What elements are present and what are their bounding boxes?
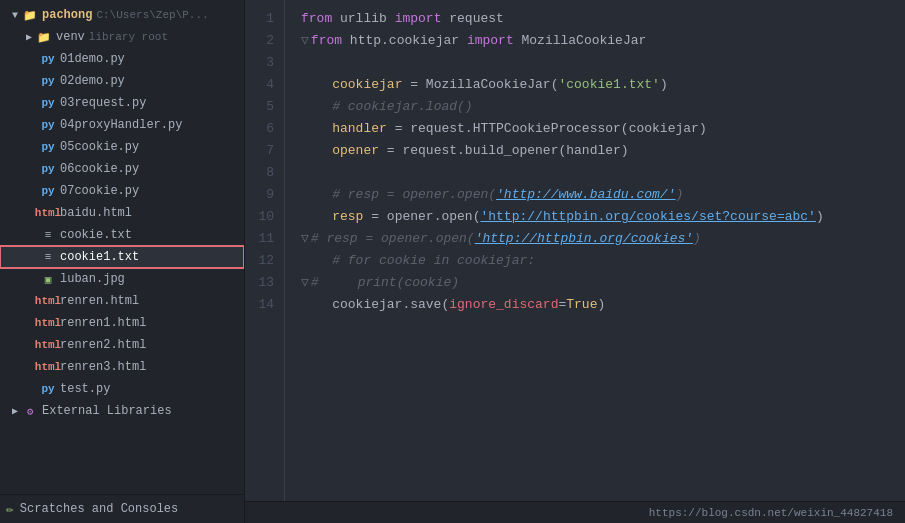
ln-7: 7	[245, 140, 276, 162]
py-icon-07: py	[40, 183, 56, 199]
sidebar-item-test[interactable]: py test.py	[0, 378, 244, 400]
kw-import-1: import	[395, 8, 442, 30]
comment-11b: )	[693, 228, 701, 250]
txt-icon-cookie1: ≡	[40, 249, 56, 265]
code-line-13: ▽ # print(cookie)	[301, 272, 905, 294]
status-url: https://blog.csdn.net/weixin_44827418	[649, 507, 893, 519]
py-icon-06: py	[40, 161, 56, 177]
comment-12: # for cookie in cookiejar:	[332, 250, 535, 272]
code-line-8	[301, 162, 905, 184]
py-icon-05: py	[40, 139, 56, 155]
file-label-baidu: baidu.html	[60, 206, 132, 220]
kw-from-1: from	[301, 8, 332, 30]
ln-4: 4	[245, 74, 276, 96]
venv-label: venv	[56, 30, 85, 44]
comment-11a: # resp = opener.open(	[311, 228, 475, 250]
sidebar-item-luban[interactable]: ▣ luban.jpg	[0, 268, 244, 290]
comment-13: # print(cookie)	[311, 272, 459, 294]
file-label-renren: renren.html	[60, 294, 139, 308]
code-line-4: cookiejar = MozillaCookieJar( 'cookie1.t…	[301, 74, 905, 96]
root-path: C:\Users\Zep\P...	[96, 9, 208, 21]
var-resp: resp	[332, 206, 363, 228]
sidebar-item-venv[interactable]: ▶ 📁 venv library root	[0, 26, 244, 48]
code-line-1: from urllib import request	[301, 8, 905, 30]
sidebar-tree: ▼ 📁 pachong C:\Users\Zep\P... ▶ 📁 venv l…	[0, 0, 244, 494]
fold-arrow-13: ▽	[301, 272, 309, 294]
venv-sublabel: library root	[89, 31, 168, 43]
main-layout: ▼ 📁 pachong C:\Users\Zep\P... ▶ 📁 venv l…	[0, 0, 905, 523]
sidebar-item-04proxy[interactable]: py 04proxyHandler.py	[0, 114, 244, 136]
sidebar-bottom: ✏ Scratches and Consoles	[0, 494, 244, 523]
code-line-10: resp = opener.open('http://httpbin.org/c…	[301, 206, 905, 228]
txt-icon-cookie: ≡	[40, 227, 56, 243]
sidebar-item-renren2[interactable]: html renren2.html	[0, 334, 244, 356]
scratches-consoles[interactable]: ✏ Scratches and Consoles	[0, 495, 244, 523]
file-label-cookie-txt: cookie.txt	[60, 228, 132, 242]
py-icon-04: py	[40, 117, 56, 133]
sidebar-item-07cookie[interactable]: py 07cookie.py	[0, 180, 244, 202]
sidebar-item-06cookie[interactable]: py 06cookie.py	[0, 158, 244, 180]
str-cookie1: 'cookie1.txt'	[558, 74, 659, 96]
sidebar-item-cookie1-txt[interactable]: ≡ cookie1.txt	[0, 246, 244, 268]
comment-9a: # resp = opener.open(	[332, 184, 496, 206]
code-area[interactable]: from urllib import request ▽ from http.c…	[285, 0, 905, 501]
external-libraries-label: External Libraries	[42, 404, 172, 418]
html-icon-renren: html	[40, 293, 56, 309]
py-icon-03: py	[40, 95, 56, 111]
file-label-renren3: renren3.html	[60, 360, 146, 374]
code-line-7: opener = request.build_opener(handler)	[301, 140, 905, 162]
ln-10: 10	[245, 206, 276, 228]
code-line-14: cookiejar.save(ignore_discard=True)	[301, 294, 905, 316]
sidebar-item-external-libs[interactable]: ▶ ⚙ External Libraries	[0, 400, 244, 422]
var-opener: opener	[332, 140, 379, 162]
root-arrow: ▼	[8, 10, 22, 21]
venv-folder-icon: 📁	[36, 29, 52, 45]
status-bar: https://blog.csdn.net/weixin_44827418	[245, 501, 905, 523]
editor-content: 1 2 3 4 5 6 7 8 9 10 11 12 13 14 from	[245, 0, 905, 501]
sidebar-item-renren3[interactable]: html renren3.html	[0, 356, 244, 378]
comment-5: # cookiejar.load()	[332, 96, 472, 118]
sidebar-item-cookie-txt[interactable]: ≡ cookie.txt	[0, 224, 244, 246]
sidebar-item-renren[interactable]: html renren.html	[0, 290, 244, 312]
url-10: 'http://httpbin.org/cookies/set?course=a…	[480, 206, 815, 228]
ln-3: 3	[245, 52, 276, 74]
comment-url-11: 'http://httpbin.org/cookies'	[475, 228, 693, 250]
py-icon-01: py	[40, 51, 56, 67]
sidebar-item-05cookie[interactable]: py 05cookie.py	[0, 136, 244, 158]
file-label-03request: 03request.py	[60, 96, 146, 110]
comment-9b: )	[675, 184, 683, 206]
py-icon-test: py	[40, 381, 56, 397]
ln-1: 1	[245, 8, 276, 30]
var-handler: handler	[332, 118, 387, 140]
ln-8: 8	[245, 162, 276, 184]
file-label-07cookie: 07cookie.py	[60, 184, 139, 198]
code-line-2: ▽ from http.cookiejar import MozillaCook…	[301, 30, 905, 52]
ln-6: 6	[245, 118, 276, 140]
sidebar: ▼ 📁 pachong C:\Users\Zep\P... ▶ 📁 venv l…	[0, 0, 245, 523]
sidebar-item-02demo[interactable]: py 02demo.py	[0, 70, 244, 92]
file-label-04proxy: 04proxyHandler.py	[60, 118, 182, 132]
sidebar-item-03request[interactable]: py 03request.py	[0, 92, 244, 114]
code-line-9: # resp = opener.open('http://www.baidu.c…	[301, 184, 905, 206]
root-folder-icon: 📁	[22, 7, 38, 23]
sidebar-item-01demo[interactable]: py 01demo.py	[0, 48, 244, 70]
ln-2: 2	[245, 30, 276, 52]
sidebar-root[interactable]: ▼ 📁 pachong C:\Users\Zep\P...	[0, 4, 244, 26]
file-label-renren1: renren1.html	[60, 316, 146, 330]
ln-11: 11	[245, 228, 276, 250]
file-label-luban: luban.jpg	[60, 272, 125, 286]
scratches-label: Scratches and Consoles	[20, 502, 178, 516]
kw-import-2: import	[467, 30, 514, 52]
ln-14: 14	[245, 294, 276, 316]
sidebar-item-baidu[interactable]: html baidu.html	[0, 202, 244, 224]
scratches-icon: ✏	[6, 501, 14, 517]
ln-9: 9	[245, 184, 276, 206]
sidebar-item-renren1[interactable]: html renren1.html	[0, 312, 244, 334]
root-label: pachong	[42, 8, 92, 22]
kw-from-2: from	[311, 30, 342, 52]
file-label-05cookie: 05cookie.py	[60, 140, 139, 154]
editor: 1 2 3 4 5 6 7 8 9 10 11 12 13 14 from	[245, 0, 905, 523]
ln-13: 13	[245, 272, 276, 294]
ext-lib-icon: ⚙	[22, 403, 38, 419]
html-icon-renren1: html	[40, 315, 56, 331]
